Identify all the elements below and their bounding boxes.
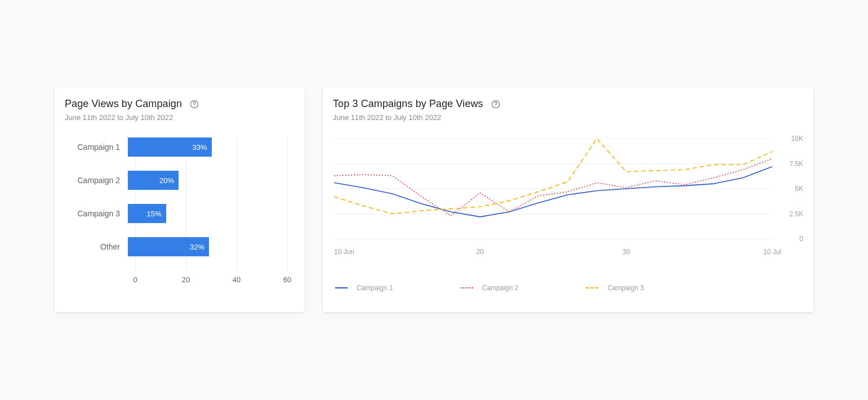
y-axis-tick: 0 [799,235,803,243]
card-subtitle: June 11th 2022 to July 10th 2022 [65,113,295,122]
line-series [334,139,772,214]
help-icon[interactable] [190,100,199,109]
y-axis-tick: 2.5K [789,210,803,218]
bar-row: Campaign 315% [65,204,295,223]
legend-item: Campaign 3 [586,284,644,292]
line-chart: 10 Jun203010 Jul 02.5K5K7.5K10K [333,137,803,261]
bar-category-label: Campaign 2 [65,176,128,185]
bar-category-label: Campaign 1 [65,143,128,152]
legend: Campaign 1Campaign 2Campaign 3 [333,284,803,292]
x-axis-tick: 10 Jun [334,248,354,256]
x-axis-tick: 20 [477,248,484,256]
card-subtitle: June 11th 2022 to July 10th 2022 [333,113,803,122]
bar-fill: 33% [128,137,212,157]
bar-category-label: Campaign 3 [65,209,128,218]
top-campaigns-line-card: Top 3 Campaigns by Page Views June 11th … [323,87,813,312]
bar-row: Other32% [65,237,295,256]
x-axis-tick: 60 [283,275,291,284]
legend-label: Campaign 1 [357,284,393,292]
card-title: Page Views by Campaign [65,98,182,110]
line-series [334,167,772,217]
bar-fill: 15% [128,204,166,223]
x-axis-tick: 30 [622,248,630,256]
svg-point-3 [495,106,496,106]
x-axis-tick: 0 [133,275,137,284]
x-axis-tick: 20 [182,275,190,284]
svg-point-1 [194,106,194,106]
bar-chart: Campaign 133%Campaign 220%Campaign 315%O… [65,137,295,295]
legend-item: Campaign 2 [461,284,519,292]
bar-fill: 20% [128,171,179,190]
bar-category-label: Other [65,242,128,251]
legend-label: Campaign 3 [607,284,644,292]
legend-item: Campaign 1 [335,284,393,292]
legend-swatch [335,287,348,288]
bar-row: Campaign 220% [65,171,295,190]
legend-swatch [586,287,598,288]
line-series [334,159,772,216]
legend-swatch [461,287,473,288]
legend-label: Campaign 2 [482,284,519,292]
help-icon[interactable] [491,100,500,109]
bar-row: Campaign 133% [65,137,295,157]
y-axis-tick: 10K [791,135,803,143]
x-axis-tick: 40 [233,275,241,284]
x-axis-tick: 10 Jul [763,248,781,256]
page-views-by-campaign-card: Page Views by Campaign June 11th 2022 to… [55,87,305,312]
card-title: Top 3 Campaigns by Page Views [333,98,483,110]
y-axis-tick: 7.5K [789,160,803,168]
y-axis-tick: 5K [795,185,803,193]
bar-fill: 32% [128,237,209,256]
